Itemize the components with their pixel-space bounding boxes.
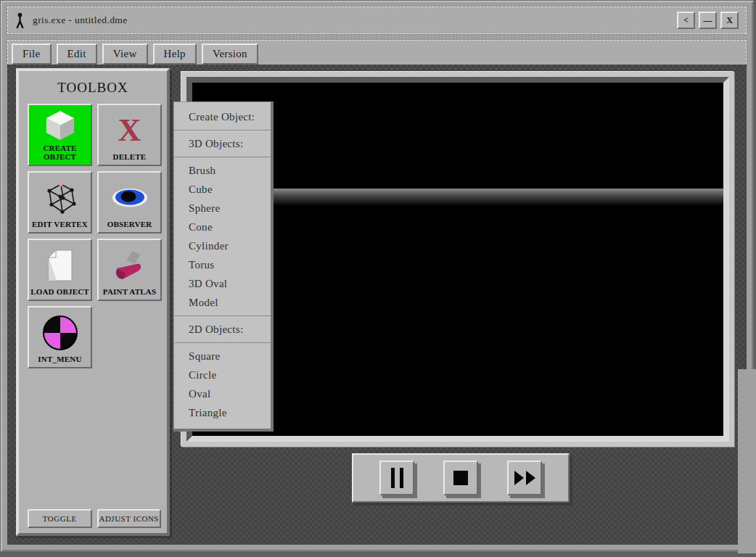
menu-item-torus[interactable]: Torus <box>174 255 271 274</box>
tool-grid: CREATE OBJECTXDELETE EDIT VERTEX OBSERVE… <box>28 104 167 368</box>
pause-button[interactable] <box>379 461 414 495</box>
menu-item-circle[interactable]: Circle <box>174 366 271 384</box>
menu-view[interactable]: View <box>102 44 148 65</box>
menu-header-create-object: Create Object: <box>174 107 271 126</box>
cube-icon <box>44 110 77 141</box>
tool-edit-vertex[interactable]: EDIT VERTEX <box>28 171 92 234</box>
menu-separator <box>174 342 271 343</box>
tool-label: DELETE <box>113 152 147 162</box>
menu-file[interactable]: File <box>12 44 52 65</box>
adjust-icons-button[interactable]: ADJUST ICONS <box>97 509 162 528</box>
menu-version[interactable]: Version <box>202 44 258 65</box>
menu-item-3d-oval[interactable]: 3D Oval <box>174 274 271 293</box>
menu-help[interactable]: Help <box>153 44 197 65</box>
document-icon <box>46 249 74 282</box>
minimize-button[interactable]: — <box>699 12 717 29</box>
menu-header-2d-objects: 2D Objects: <box>174 320 271 339</box>
eye-icon <box>111 186 149 210</box>
menu-item-square[interactable]: Square <box>174 347 271 366</box>
toggle-button[interactable]: TOGGLE <box>28 509 92 528</box>
menu-item-triangle[interactable]: Triangle <box>174 403 271 422</box>
fast-forward-button[interactable] <box>507 461 542 495</box>
pause-icon <box>391 468 403 488</box>
window-controls: <—X <box>677 12 739 29</box>
create-object-menu: Create Object:3D Objects:BrushCubeSphere… <box>173 102 274 432</box>
tool-delete[interactable]: XDELETE <box>97 104 162 166</box>
wireframe-cube-icon <box>44 180 76 216</box>
window-title: gris.exe - untitled.dme <box>33 15 128 26</box>
menu-item-cube[interactable]: Cube <box>174 180 271 199</box>
delete-x-icon: X <box>118 115 141 147</box>
tool-label: INT_MENU <box>38 355 81 364</box>
person-icon <box>15 12 25 29</box>
tool-label: EDIT VERTEX <box>32 220 88 229</box>
fast-forward-icon <box>514 471 535 485</box>
menu-item-model[interactable]: Model <box>174 293 271 312</box>
app-window: gris.exe - untitled.dme <—X FileEditView… <box>0 0 754 552</box>
close-button[interactable]: X <box>720 12 739 29</box>
menu-separator <box>174 130 271 131</box>
toolbox-footer: TOGGLEADJUST ICONS <box>28 509 161 528</box>
menu-item-cylinder[interactable]: Cylinder <box>174 236 271 255</box>
paintbrush-icon <box>112 249 147 281</box>
collapse-button[interactable]: < <box>677 12 695 29</box>
tool-load-object[interactable]: LOAD OBJECT <box>28 239 92 301</box>
tool-label: LOAD OBJECT <box>30 287 89 297</box>
menu-item-oval[interactable]: Oval <box>174 384 271 403</box>
toolbox-title: TOOLBOX <box>19 80 167 96</box>
tool-int-menu[interactable]: INT_MENU <box>28 306 92 368</box>
stop-button[interactable] <box>443 461 478 495</box>
menu-item-brush[interactable]: Brush <box>174 161 271 180</box>
tool-create-object[interactable]: CREATE OBJECT <box>28 104 92 166</box>
menu-separator <box>174 315 271 316</box>
menubar: FileEditViewHelpVersion <box>7 40 747 67</box>
titlebar: gris.exe - untitled.dme <—X <box>7 7 747 34</box>
tool-label: PAINT ATLAS <box>103 287 156 297</box>
menu-item-sphere[interactable]: Sphere <box>174 199 271 218</box>
menu-separator <box>174 157 271 157</box>
playback-panel <box>352 453 570 503</box>
menu-item-cone[interactable]: Cone <box>174 218 271 236</box>
tool-paint-atlas[interactable]: PAINT ATLAS <box>97 239 162 301</box>
menu-edit[interactable]: Edit <box>57 44 97 65</box>
quadrant-circle-icon <box>43 315 78 350</box>
tool-label: OBSERVER <box>107 220 152 229</box>
menu-header-3d-objects: 3D Objects: <box>174 134 271 153</box>
toolbox-panel: TOOLBOX CREATE OBJECTXDELETE EDIT VERTEX… <box>16 68 170 536</box>
stop-icon <box>453 471 468 485</box>
tool-label: CREATE OBJECT <box>30 144 89 162</box>
tool-observer[interactable]: OBSERVER <box>97 171 162 234</box>
client-area: TOOLBOX CREATE OBJECTXDELETE EDIT VERTEX… <box>7 65 747 545</box>
